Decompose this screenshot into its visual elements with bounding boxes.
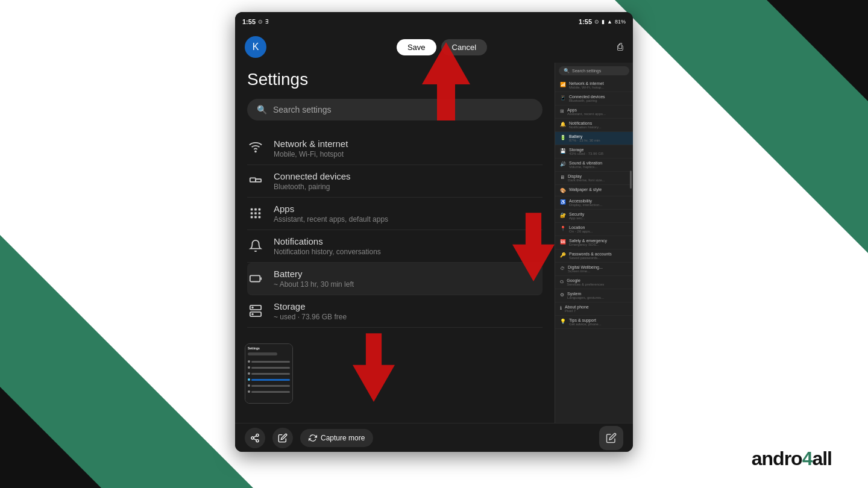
svg-rect-6 — [251, 212, 253, 214]
right-item-accessibility[interactable]: ♿ Accessibility Display, interaction... — [555, 196, 633, 210]
svg-point-18 — [251, 437, 254, 439]
status-bar-right: 1:55 ⊙ ▮ ▲ 81% — [579, 18, 626, 25]
capture-more-button[interactable]: Capture more — [300, 429, 373, 447]
storage-icon — [247, 302, 264, 319]
right-sound-icon: 🔊 — [560, 161, 566, 167]
share-icon-top[interactable]: ⎙ — [617, 42, 623, 52]
right-search-bar[interactable]: 🔍 Search settings — [559, 66, 629, 75]
svg-point-15 — [252, 307, 253, 308]
search-bar[interactable]: 🔍 Search settings — [247, 99, 542, 120]
right-access-icon: ♿ — [560, 199, 566, 205]
settings-item-storage[interactable]: Storage ~ used · 73.96 GB free — [247, 295, 542, 328]
search-icon: 🔍 — [257, 105, 267, 114]
connected-title: Connected devices — [274, 171, 542, 181]
svg-rect-4 — [254, 208, 257, 211]
svg-line-21 — [254, 436, 257, 437]
cancel-button[interactable]: Cancel — [441, 39, 487, 55]
right-item-tips[interactable]: 💡 Tips & support Get advice, phone... — [555, 316, 633, 329]
thumb-item-1 — [248, 359, 290, 364]
status-bar-left: 1:55 ⊙ Ǝ — [242, 18, 269, 25]
right-item-safety[interactable]: 🆘 Safety & emergency Emergency SOS... — [555, 236, 633, 249]
search-placeholder: Search settings — [273, 105, 332, 114]
storage-text: Storage ~ used · 73.96 GB free — [274, 301, 542, 321]
edit-fab[interactable] — [599, 426, 623, 450]
svg-rect-11 — [259, 216, 261, 219]
connected-icon — [247, 172, 264, 189]
edit-button[interactable] — [272, 428, 293, 448]
right-connected-icon: 📱 — [560, 95, 566, 101]
action-buttons: Save Cancel — [397, 39, 487, 55]
right-item-location[interactable]: 📍 Location On - 26 apps... — [555, 223, 633, 236]
right-item-display[interactable]: 🖥 Display Dark theme, font size... — [555, 172, 633, 185]
right-item-apps[interactable]: ⊞ Apps Assistant, recent apps... — [555, 105, 633, 119]
right-battery-icon: 🔋 — [560, 135, 566, 140]
right-display-icon: 🖥 — [560, 175, 565, 180]
logo-area: andro4all — [752, 448, 832, 470]
svg-rect-2 — [256, 179, 261, 182]
wifi-icon-status: ▲ — [607, 19, 612, 25]
settings-item-connected[interactable]: Connected devices Bluetooth, pairing — [247, 165, 542, 198]
right-item-storage[interactable]: 💾 Storage 43% used · 73.96 GB — [555, 145, 633, 158]
right-item-connected[interactable]: 📱 Connected devices Bluetooth, pairing — [555, 92, 633, 105]
right-item-sound[interactable]: 🔊 Sound & vibration Volume, haptics... — [555, 158, 633, 172]
thumb-item-6 — [248, 389, 290, 394]
right-wallpaper-icon: 🎨 — [560, 188, 566, 193]
settings-item-battery[interactable]: Battery ~ About 13 hr, 30 min left — [247, 263, 542, 295]
right-item-digital[interactable]: ⏱ Digital Wellbeing... Screen time... — [555, 263, 633, 276]
save-button[interactable]: Save — [397, 39, 436, 55]
svg-point-0 — [255, 151, 256, 152]
right-item-network[interactable]: 📶 Network & internet Mobile, Wi-Fi, hots… — [555, 79, 633, 92]
right-item-system[interactable]: ⚙ System Languages, gestures... — [555, 289, 633, 302]
battery-title: Battery — [274, 269, 542, 279]
right-item-notifications[interactable]: 🔔 Notifications Notification history... — [555, 119, 633, 132]
logo-prefix: andro — [752, 448, 802, 469]
apps-subtitle: Assistant, recent apps, default apps — [274, 215, 542, 224]
right-search-text: Search settings — [572, 69, 601, 73]
right-item-google[interactable]: G Google Services & preferences — [555, 276, 633, 289]
apps-text: Apps Assistant, recent apps, default app… — [274, 204, 542, 224]
right-system-icon: ⚙ — [560, 292, 564, 298]
svg-rect-5 — [259, 208, 261, 211]
connected-subtitle: Bluetooth, pairing — [274, 183, 542, 191]
network-text: Network & internet Mobile, Wi-Fi, hotspo… — [274, 139, 542, 158]
apps-title: Apps — [274, 204, 542, 214]
thumb-title: Settings — [248, 346, 290, 350]
signal-icon: 81% — [615, 19, 626, 25]
right-item-battery[interactable]: 🔋 Battery 87% · 13 hr, 30 min — [555, 132, 633, 145]
logo-suffix: all — [812, 448, 832, 469]
network-icon — [247, 140, 264, 157]
battery-text: Battery ~ About 13 hr, 30 min left — [274, 269, 542, 289]
right-item-security[interactable]: 🔐 Security App sec... — [555, 210, 633, 223]
notifications-text: Notifications Notification history, conv… — [274, 236, 542, 256]
status-icon-right: ⊙ — [594, 19, 599, 25]
right-network-text: Network & internet Mobile, Wi-Fi, hotsp.… — [569, 81, 604, 89]
thumb-item-2 — [248, 365, 290, 370]
settings-item-apps[interactable]: Apps Assistant, recent apps, default app… — [247, 198, 542, 230]
svg-line-20 — [254, 439, 257, 440]
svg-rect-8 — [259, 212, 261, 214]
right-item-about[interactable]: ℹ About phone Pixel 7 — [555, 302, 633, 316]
connected-text: Connected devices Bluetooth, pairing — [274, 171, 542, 191]
storage-title: Storage — [274, 301, 542, 311]
battery-settings-icon — [247, 270, 264, 287]
scroll-indicator[interactable] — [630, 170, 632, 189]
right-about-icon: ℹ — [560, 305, 562, 311]
svg-rect-10 — [254, 216, 257, 219]
settings-item-network[interactable]: Network & internet Mobile, Wi-Fi, hotspo… — [247, 133, 542, 165]
right-item-wallpaper[interactable]: 🎨 Wallpaper & style — [555, 185, 633, 196]
settings-item-notifications[interactable]: Notifications Notification history, conv… — [247, 230, 542, 263]
right-item-passwords[interactable]: 🔑 Passwords & accounts Saved passwords..… — [555, 249, 633, 263]
svg-point-16 — [252, 314, 253, 315]
network-subtitle: Mobile, Wi-Fi, hotspot — [274, 150, 542, 158]
time-right: 1:55 — [579, 18, 592, 25]
share-button[interactable] — [245, 428, 265, 448]
status-icon-e: Ǝ — [265, 19, 269, 25]
right-panel: 🔍 Search settings 📶 Network & internet M… — [555, 63, 633, 423]
right-apps-icon: ⊞ — [560, 108, 564, 114]
right-tips-icon: 💡 — [560, 319, 566, 324]
notifications-subtitle: Notification history, conversations — [274, 248, 542, 256]
settings-title: Settings — [247, 70, 542, 89]
right-security-icon: 🔐 — [560, 213, 566, 218]
thumbnail-preview: Settings — [245, 343, 293, 404]
right-storage-icon: 💾 — [560, 148, 566, 154]
